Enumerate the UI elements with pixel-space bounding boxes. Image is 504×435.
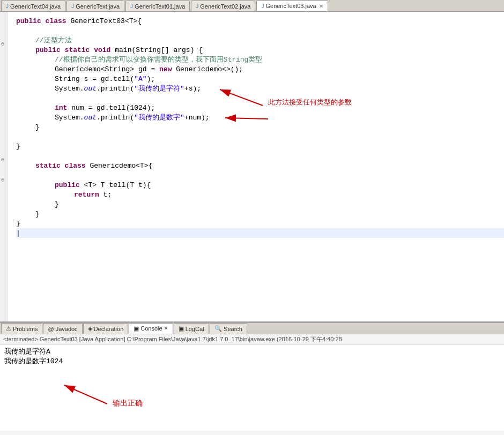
tab-generictext[interactable]: J GenericText.java xyxy=(66,1,124,11)
tab-generictextf04[interactable]: J GenericText04.java xyxy=(1,1,65,11)
code-line: } xyxy=(16,141,504,151)
code-line: } xyxy=(16,199,504,209)
declaration-icon: ◈ xyxy=(88,325,92,332)
tab-declaration[interactable]: ◈ Declaration xyxy=(83,323,129,334)
tab-generictext01[interactable]: J GenericText01.java xyxy=(125,1,190,11)
tab-generictext03[interactable]: J GenericText03.java ✕ xyxy=(256,1,328,11)
console-annotation-text: 输出正确 xyxy=(113,399,143,408)
java-file-icon: J xyxy=(71,3,74,9)
code-line: System.out.println("我传的是数字"+num); xyxy=(16,112,504,122)
tab-bar: J GenericText04.java J GenericText.java … xyxy=(0,0,504,12)
code-line: static class Genericdemo<T>{ xyxy=(16,161,504,170)
code-line: Genericdemo<String> gd = new Genericdemo… xyxy=(16,64,504,74)
logcat-icon: ▣ xyxy=(179,325,184,332)
code-line xyxy=(16,93,504,103)
java-file-icon: J xyxy=(130,3,133,9)
console-panel: <terminated> GenericText03 [Java Applica… xyxy=(0,334,504,431)
console-active-marker: ✕ xyxy=(164,326,168,331)
console-annotation-arrow xyxy=(64,385,107,404)
console-icon: ▣ xyxy=(134,325,139,332)
console-line-1: 我传的是字符A xyxy=(4,347,500,357)
code-lines: public class GenericText03<T>{ //泛型方法 pu… xyxy=(0,16,504,238)
code-editor[interactable]: public class GenericText03<T>{ //泛型方法 pu… xyxy=(0,12,504,321)
code-line: int num = gd.tell(1024); xyxy=(16,103,504,112)
tab-search[interactable]: 🔍 Search xyxy=(210,323,247,334)
java-file-icon: J xyxy=(196,3,198,9)
code-line: return t; xyxy=(16,190,504,199)
code-line xyxy=(16,132,504,141)
console-line-2: 我传的是数字1024 xyxy=(4,357,500,366)
cursor-line: | xyxy=(16,228,504,238)
horizontal-scrollbar[interactable] xyxy=(0,321,504,322)
tab-javadoc[interactable]: @ Javadoc xyxy=(43,323,82,334)
code-line: } xyxy=(16,122,504,132)
code-line xyxy=(16,26,504,35)
java-file-icon: J xyxy=(6,3,9,9)
code-line: public <T> T tell(T t){ xyxy=(16,180,504,190)
code-line: System.out.println("我传的是字符"+s); xyxy=(16,84,504,93)
code-line: } xyxy=(16,219,504,228)
tab-close-icon[interactable]: ✕ xyxy=(319,3,323,9)
code-line: //根据你自己的需求可以变换你需要的类型，我下面用String类型 xyxy=(16,55,504,64)
editor-area: ⊖ ⊖ ⊖ public class GenericText03<T>{ //泛… xyxy=(0,12,504,322)
code-line: String s = gd.tell("A"); xyxy=(16,74,504,84)
code-line: //泛型方法 xyxy=(16,35,504,45)
console-output: 我传的是字符A 我传的是数字1024 xyxy=(0,345,504,369)
code-line: public static void main(String[] args) { xyxy=(16,45,504,55)
tab-console[interactable]: ▣ Console ✕ xyxy=(129,323,173,334)
search-icon: 🔍 xyxy=(214,325,222,332)
javadoc-icon: @ xyxy=(48,326,54,332)
java-file-icon: J xyxy=(261,3,264,9)
code-line: public class GenericText03<T>{ xyxy=(16,16,504,26)
code-line xyxy=(16,151,504,161)
tab-problems[interactable]: ⚠ Problems xyxy=(1,323,42,334)
tab-logcat[interactable]: ▣ LogCat xyxy=(174,323,209,334)
tab-generictext02[interactable]: J GenericText02.java xyxy=(191,1,255,11)
bottom-tab-bar: ⚠ Problems @ Javadoc ◈ Declaration ▣ Con… xyxy=(0,322,504,334)
console-header: <terminated> GenericText03 [Java Applica… xyxy=(0,334,504,345)
code-line: } xyxy=(16,209,504,219)
problems-icon: ⚠ xyxy=(6,325,11,332)
code-line xyxy=(16,170,504,180)
